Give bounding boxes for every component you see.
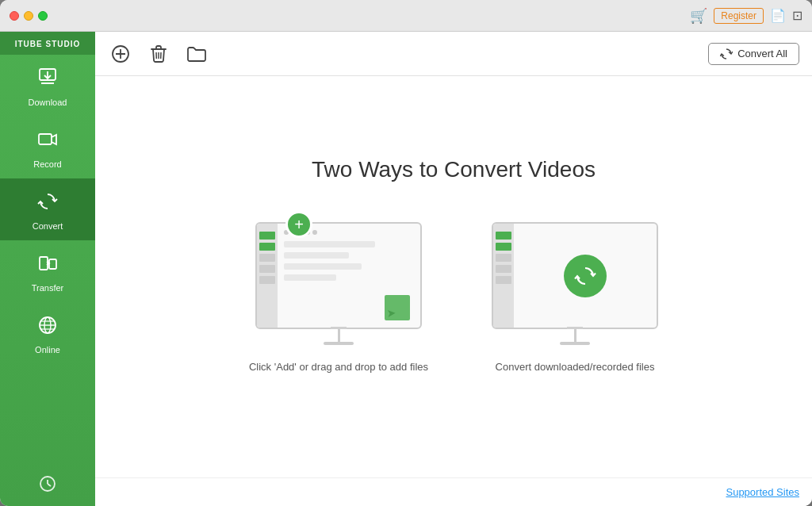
monitor-screen-2 <box>492 222 658 329</box>
sidebar-item-record-label: Record <box>33 159 61 169</box>
sidebar-item-convert-label: Convert <box>33 221 63 231</box>
toolbar-right: Convert All <box>708 43 799 65</box>
monitor-screen-1: ➤ <box>255 222 422 329</box>
sidebar-item-transfer[interactable]: Transfer <box>0 240 95 302</box>
app-name: ITUBE STUDIO <box>0 40 95 48</box>
title-bar-right: 🛒 Register 📄 ⊡ <box>690 7 802 25</box>
main-layout: ITUBE STUDIO Download <box>0 32 812 506</box>
sidebar-item-download-label: Download <box>29 98 67 107</box>
sidebar: ITUBE STUDIO Download <box>0 32 95 506</box>
download-icon <box>37 67 58 93</box>
delete-button[interactable] <box>146 41 171 67</box>
sidebar-item-convert[interactable]: Convert <box>0 178 95 240</box>
monitor-stand-1 <box>324 325 354 345</box>
illustration-convert-files: Convert downloaded/recorded files <box>492 222 658 373</box>
register-button[interactable]: Register <box>714 8 764 24</box>
title-bar: 🛒 Register 📄 ⊡ <box>0 0 812 32</box>
toolbar: Convert All <box>95 32 812 76</box>
maximize-button[interactable] <box>38 11 48 21</box>
svg-rect-4 <box>40 257 48 270</box>
content-area: Convert All Two Ways to Convert Videos + <box>95 32 812 506</box>
main-content: Two Ways to Convert Videos + <box>95 76 812 477</box>
add-button[interactable] <box>108 41 133 67</box>
supported-sites-link[interactable]: Supported Sites <box>726 486 799 498</box>
sidebar-item-online-label: Online <box>35 345 60 355</box>
illustrations: + <box>249 222 658 373</box>
document-icon[interactable]: 📄 <box>770 8 786 23</box>
folder-button[interactable] <box>184 41 209 67</box>
minimize-button[interactable] <box>24 11 33 21</box>
monitor-1: + <box>255 222 422 345</box>
convert-circle <box>564 255 607 297</box>
monitor-stand-2 <box>560 325 590 345</box>
app-window: 🛒 Register 📄 ⊡ ITUBE STUDIO <box>0 0 812 506</box>
illustration-add-files: + <box>249 222 428 373</box>
illustration-caption-1: Click 'Add' or drag and drop to add file… <box>249 361 428 373</box>
sidebar-item-record[interactable]: Record <box>0 117 95 178</box>
footer: Supported Sites <box>95 477 812 506</box>
traffic-lights <box>10 11 48 21</box>
svg-rect-5 <box>49 259 56 269</box>
help-icon[interactable]: ⊡ <box>792 8 802 23</box>
transfer-icon <box>37 253 58 278</box>
cart-icon[interactable]: 🛒 <box>690 7 707 25</box>
monitor-2 <box>492 222 658 345</box>
add-circle-icon: + <box>285 211 312 238</box>
sidebar-bottom <box>0 466 95 506</box>
page-title: Two Ways to Convert Videos <box>312 157 596 182</box>
convert-all-label: Convert All <box>737 48 787 59</box>
svg-rect-3 <box>39 134 52 144</box>
convert-all-button[interactable]: Convert All <box>708 43 799 65</box>
illustration-caption-2: Convert downloaded/recorded files <box>496 361 655 373</box>
sidebar-item-download[interactable]: Download <box>0 55 95 117</box>
sidebar-logo: ITUBE STUDIO <box>0 32 95 55</box>
close-button[interactable] <box>10 11 19 21</box>
record-icon <box>37 129 58 155</box>
sidebar-item-transfer-label: Transfer <box>32 283 64 293</box>
convert-icon <box>37 191 58 217</box>
sidebar-item-online[interactable]: Online <box>0 302 95 364</box>
online-icon <box>37 315 58 340</box>
svg-line-14 <box>48 484 51 486</box>
clock-icon[interactable] <box>39 475 56 496</box>
